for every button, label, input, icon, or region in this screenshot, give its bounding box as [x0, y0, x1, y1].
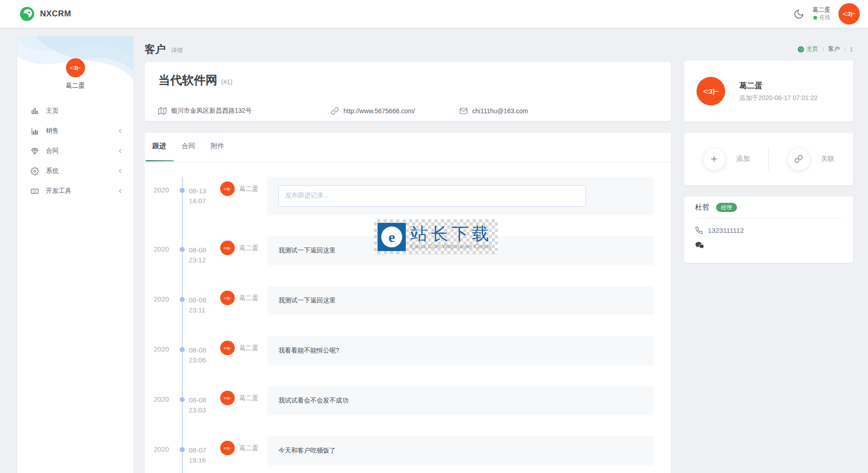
sidebar-item-home[interactable]: 主页 [17, 101, 133, 121]
chevron-left-icon [117, 188, 123, 194]
breadcrumb: 主页 / 客户 / 1 [797, 45, 853, 53]
dashboard-icon [797, 46, 804, 53]
sidebar-item-label: 开发工具 [46, 187, 71, 195]
timeline-dot [180, 347, 185, 352]
sidebar-user-avatar[interactable]: <:3)~ [66, 58, 85, 77]
brand-logo-icon [20, 7, 34, 21]
timeline-user-name: 葛二蛋 [239, 394, 258, 403]
timeline-datetime: 08-08 23:12 [189, 245, 206, 265]
breadcrumb-separator: / [823, 46, 824, 53]
followup-message: 我看看能不能恒公呢? [267, 336, 654, 365]
timeline-time: 14:07 [189, 196, 206, 206]
contact-card: 杜哲 经理 1323111112 [684, 196, 853, 263]
sidebar-item-contracts[interactable]: 合同 [17, 141, 133, 161]
page-title: 客户 [145, 42, 166, 56]
bar-chart-icon [30, 106, 39, 116]
timeline-time: 23:03 [189, 405, 206, 415]
top-navbar: NXCRM 葛二蛋 在线 <:3)~ [0, 0, 868, 28]
timeline-time: 19:16 [189, 455, 206, 465]
customer-name: 当代软件网 [158, 72, 217, 88]
timeline-date: 08-08 [189, 345, 206, 355]
page-header: 客户 详情 主页 / 客户 / 1 [145, 40, 853, 58]
timeline-dot [180, 397, 185, 402]
customer-email[interactable]: chi111hu@163.com [459, 107, 528, 115]
timeline-datetime: 08-08 23:03 [189, 395, 206, 415]
nav-user-info[interactable]: 葛二蛋 在线 [812, 6, 830, 21]
customer-website-text: http://www.5675666.com/ [343, 107, 415, 115]
timeline-year: 2020 [154, 395, 169, 403]
sidebar-item-devtools[interactable]: 开发工具 [17, 181, 133, 201]
chart-column-icon [30, 126, 39, 136]
customer-website[interactable]: http://www.5675666.com/ [331, 107, 415, 115]
sidebar-item-sales[interactable]: 销售 [17, 121, 133, 141]
timeline-time: 23:11 [189, 305, 206, 315]
gear-icon [30, 166, 39, 176]
watermark-logo-letter: e [381, 226, 402, 247]
timeline-user-name: 葛二蛋 [239, 444, 258, 453]
chevron-left-icon [117, 128, 123, 134]
watermark-title: 站长下载 [410, 225, 492, 242]
followup-input[interactable] [278, 185, 586, 206]
relate-button[interactable]: 关联 [769, 148, 853, 171]
timeline-user-name: 葛二蛋 [239, 294, 258, 302]
nav-user-avatar[interactable]: <:3)~ [838, 3, 860, 25]
timeline-user-name: 葛二蛋 [239, 185, 258, 193]
owner-name: 葛二蛋 [739, 81, 762, 91]
tab-bar: 跟进 合同 附件 [145, 133, 671, 162]
crm-page: NXCRM 葛二蛋 在线 <:3)~ <:3)~ 葛 [0, 0, 868, 473]
timeline-date: 08-08 [189, 245, 206, 255]
customer-id: (#1) [221, 78, 232, 86]
breadcrumb-home-label: 主页 [807, 45, 818, 53]
customer-detail-card: 跟进 合同 附件 2020 08-13 14:07 <:3)~ 葛二蛋 2020 [145, 133, 671, 473]
composer-bubble [267, 177, 654, 215]
timeline-date: 08-08 [189, 295, 206, 305]
phone-icon [695, 226, 703, 234]
timeline-user-name: 葛二蛋 [239, 244, 258, 252]
contact-name: 杜哲 [695, 203, 710, 212]
timeline-year: 2020 [154, 445, 169, 453]
timeline-entry: 2020 08-08 23:11 <:3)~ 葛二蛋 我测试一下返回这里 [145, 286, 654, 315]
tab-attachments[interactable]: 附件 [211, 142, 224, 161]
nav-user-name: 葛二蛋 [812, 6, 830, 14]
timeline-time: 23:12 [189, 255, 206, 265]
owner-added-date: 添加于2020-06-17 07:01:22 [739, 94, 818, 102]
role-badge: 经理 [716, 203, 737, 212]
plus-icon [703, 148, 726, 171]
brand[interactable]: NXCRM [20, 7, 71, 21]
customer-email-text: chi111hu@163.com [472, 107, 528, 115]
sidebar-item-label: 主页 [46, 107, 59, 115]
sidebar-item-label: 系统 [46, 167, 59, 175]
keyboard-icon [30, 186, 39, 196]
tab-contracts[interactable]: 合同 [182, 142, 195, 161]
timeline-user-avatar: <:3)~ [220, 241, 235, 255]
owner-card: <:3)~ 葛二蛋 添加于2020-06-17 07:01:22 [684, 60, 853, 121]
dark-mode-toggle-moon-icon[interactable] [793, 9, 804, 20]
timeline-user-avatar: <:3)~ [220, 391, 235, 405]
timeline-datetime: 08-08 23:06 [189, 345, 206, 365]
sidebar-menu: 主页 销售 合同 [17, 101, 133, 201]
breadcrumb-home-link[interactable]: 主页 [797, 45, 818, 53]
timeline-year: 2020 [154, 186, 169, 194]
tab-followups[interactable]: 跟进 [152, 142, 166, 161]
sidebar-item-label: 销售 [46, 127, 59, 135]
timeline-date: 08-07 [189, 445, 206, 455]
timeline-user-avatar: <:3)~ [220, 291, 235, 305]
sidebar-user-name: 葛二蛋 [17, 82, 133, 90]
followup-message: 我测试一下返回这里 [267, 286, 654, 315]
timeline-user-avatar: <:3)~ [220, 441, 235, 455]
timeline-entry-composer: 2020 08-13 14:07 <:3)~ 葛二蛋 [145, 177, 654, 215]
timeline-time: 23:06 [189, 355, 206, 365]
mail-icon [459, 107, 468, 115]
timeline-datetime: 08-08 23:11 [189, 295, 206, 315]
add-button[interactable]: 添加 [684, 148, 768, 171]
timeline-date: 08-13 [189, 186, 206, 196]
followup-timeline: 2020 08-13 14:07 <:3)~ 葛二蛋 2020 08-08 23… [145, 162, 671, 473]
wechat-icon [695, 242, 704, 249]
followup-message: 我试试看会不会发不成功 [267, 386, 654, 415]
timeline-entry: 2020 08-08 23:06 <:3)~ 葛二蛋 我看看能不能恒公呢? [145, 336, 654, 365]
timeline-user-avatar: <:3)~ [220, 341, 235, 355]
timeline-date: 08-08 [189, 395, 206, 405]
breadcrumb-separator: / [844, 46, 846, 53]
sidebar-item-system[interactable]: 系统 [17, 161, 133, 181]
contact-wechat-row[interactable] [695, 242, 842, 249]
